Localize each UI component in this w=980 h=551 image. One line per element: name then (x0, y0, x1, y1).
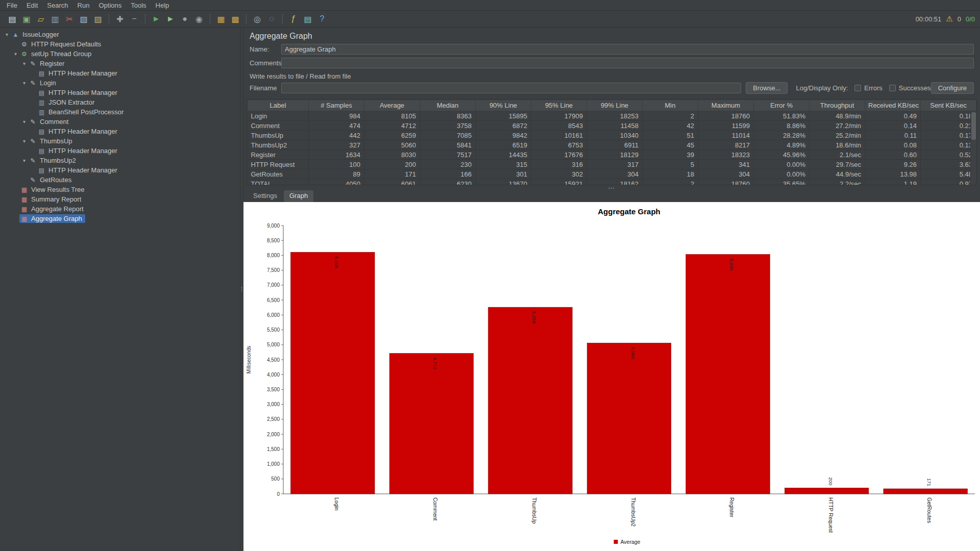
cut-icon[interactable]: ✂ (63, 12, 76, 26)
table-row-thumbsup2[interactable]: ThumbsUp2327506058416519675369114582174.… (248, 140, 976, 150)
tree-node-thumbsup[interactable]: ▾✎ThumbsUp (0, 136, 240, 146)
clear-icon[interactable]: ▦ (214, 12, 228, 26)
menu-file[interactable]: File (2, 0, 22, 10)
copy-icon[interactable]: ▧ (77, 12, 90, 26)
table-graph-splitter[interactable]: ⋯ (243, 185, 980, 190)
browse-button[interactable]: Browse... (746, 82, 788, 94)
tree-node-beanshell-postprocessor[interactable]: ▥BeanShell PostProcessor (0, 107, 240, 117)
templates-icon[interactable]: ▣ (20, 12, 33, 26)
save-icon[interactable]: ▥ (48, 12, 62, 26)
tree-node-http-header-manager[interactable]: ▤HTTP Header Manager (0, 88, 240, 97)
help-icon[interactable]: ? (315, 12, 329, 26)
shutdown-icon[interactable]: ◉ (192, 12, 206, 26)
tree-node-register[interactable]: ▾✎Register (0, 59, 240, 68)
expand-arrow-icon[interactable]: ▾ (20, 119, 28, 124)
expand-arrow-icon[interactable]: ▾ (20, 138, 28, 144)
sampler-icon: ✎ (29, 80, 37, 87)
stop-icon[interactable]: ● (178, 12, 191, 26)
table-row-register[interactable]: Register16348030751714435176761812939183… (248, 150, 976, 160)
cell-received-kb-sec: 0.11 (865, 131, 921, 140)
tab-graph[interactable]: Graph (284, 190, 313, 202)
name-input[interactable] (281, 44, 974, 55)
tree-node-json-extractor[interactable]: ▥JSON Extractor (0, 97, 240, 107)
column-header-throughput[interactable]: Throughput (810, 100, 865, 111)
table-row-comment[interactable]: Comment47447123758687285431145842115998.… (248, 121, 976, 131)
column-header-samples[interactable]: # Samples (309, 100, 364, 111)
new-file-icon[interactable]: ▤ (6, 12, 19, 26)
tree-node-login[interactable]: ▾✎Login (0, 78, 240, 88)
clear-all-icon[interactable]: ▩ (229, 12, 242, 26)
tree-node-http-header-manager[interactable]: ▤HTTP Header Manager (0, 68, 240, 78)
filename-input[interactable] (281, 83, 741, 93)
expand-arrow-icon[interactable]: ▾ (12, 51, 19, 57)
warning-icon[interactable]: ⚠ (946, 14, 952, 23)
open-file-icon[interactable]: ▱ (34, 12, 47, 26)
function-helper-icon[interactable]: ƒ (287, 12, 300, 26)
tree-node-comment[interactable]: ▾✎Comment (0, 117, 240, 127)
column-header-min[interactable]: Min (643, 100, 698, 111)
menu-run[interactable]: Run (73, 0, 94, 10)
tree-node-http-header-manager[interactable]: ▤HTTP Header Manager (0, 146, 240, 156)
table-row-login[interactable]: Login9848105836315895179091825321876051.… (248, 111, 976, 121)
expand-arrow-icon[interactable]: ▾ (20, 80, 28, 86)
tree-node-http-header-manager[interactable]: ▤HTTP Header Manager (0, 127, 240, 136)
cell-sent-kb-sec: 0.21 (921, 121, 976, 131)
tree-main-splitter[interactable]: ⁞ (240, 28, 243, 551)
tree-node-summary-report[interactable]: ▦Summary Report (0, 194, 240, 204)
menu-search[interactable]: Search (42, 0, 72, 10)
column-header-label[interactable]: Label (248, 100, 309, 111)
search-icon[interactable]: ◎ (251, 12, 264, 26)
tree-node-issuelogger[interactable]: ▾▲IssueLogger (0, 30, 240, 39)
svg-text:Average: Average (621, 539, 641, 545)
tree-node-http-header-manager[interactable]: ▤HTTP Header Manager (0, 165, 240, 175)
expand-arrow-icon[interactable]: ▾ (20, 61, 28, 66)
errors-checkbox[interactable] (854, 85, 861, 91)
table-row-getroutes[interactable]: GetRoutes89171166301302304183040.00%44.9… (248, 169, 976, 179)
table-row-thumbsup[interactable]: ThumbsUp44262597085984210161103405111014… (248, 131, 976, 140)
comments-input[interactable] (281, 58, 974, 68)
svg-text:2,000: 2,000 (267, 432, 280, 437)
menu-options[interactable]: Options (94, 0, 126, 10)
tree-node-aggregate-graph[interactable]: ▦Aggregate Graph (0, 214, 240, 223)
column-header-99-line[interactable]: 99% Line (587, 100, 643, 111)
configure-button[interactable]: Configure (931, 82, 974, 94)
column-header-average[interactable]: Average (364, 100, 420, 111)
menu-edit[interactable]: Edit (22, 0, 42, 10)
tree-node-http-request-defaults[interactable]: ⚙HTTP Request Defaults (0, 39, 240, 49)
tab-settings[interactable]: Settings (248, 190, 283, 202)
remove-element-icon[interactable]: − (128, 12, 141, 26)
menu-tools[interactable]: Tools (126, 0, 151, 10)
menu-help[interactable]: Help (151, 0, 174, 10)
column-header-maximum[interactable]: Maximum (698, 100, 754, 111)
search-reset-icon[interactable]: ◌ (265, 12, 278, 26)
column-header-90-line[interactable]: 90% Line (476, 100, 531, 111)
tree-node-view-results-tree[interactable]: ▦View Results Tree (0, 185, 240, 194)
column-header-median[interactable]: Median (420, 100, 476, 111)
cell-average: 200 (364, 160, 420, 169)
tree-node-label: JSON Extractor (47, 98, 95, 107)
start-icon[interactable]: ► (150, 12, 163, 26)
paste-icon[interactable]: ▨ (91, 12, 105, 26)
column-header-error[interactable]: Error % (754, 100, 810, 111)
tree-node-aggregate-report[interactable]: ▦Aggregate Report (0, 204, 240, 214)
tree-node-getroutes[interactable]: ✎GetRoutes (0, 175, 240, 185)
add-element-icon[interactable]: ✚ (113, 12, 127, 26)
splitter-handle-icon: ⁞ (241, 286, 242, 293)
expand-arrow-icon[interactable]: ▾ (3, 32, 11, 37)
successes-checkbox[interactable] (889, 85, 896, 91)
cell-min: 51 (643, 131, 698, 140)
table-row-total[interactable]: TOTAL40506061623013670159211816221876035… (248, 179, 976, 186)
table-scrollbar[interactable] (970, 111, 976, 185)
tree-node-thumbsup2[interactable]: ▾✎ThumbsUp2 (0, 156, 240, 165)
start-no-pauses-icon[interactable]: ► (164, 12, 177, 26)
results-notebook-icon[interactable]: ▤ (301, 12, 314, 26)
column-header-95-line[interactable]: 95% Line (531, 100, 587, 111)
column-header-sent-kb-sec[interactable]: Sent KB/sec (921, 100, 976, 111)
tree-node-setup-thread-group[interactable]: ▾⚙setUp Thread Group (0, 49, 240, 59)
cell-90-line: 15895 (476, 111, 531, 121)
column-header-received-kb-sec[interactable]: Received KB/sec (865, 100, 921, 111)
table-scrollbar-thumb[interactable] (971, 112, 976, 140)
expand-arrow-icon[interactable]: ▾ (20, 158, 28, 163)
table-row-http-request[interactable]: HTTP Request10020023031531631753410.00%2… (248, 160, 976, 169)
header-manager-icon: ▤ (37, 128, 46, 135)
